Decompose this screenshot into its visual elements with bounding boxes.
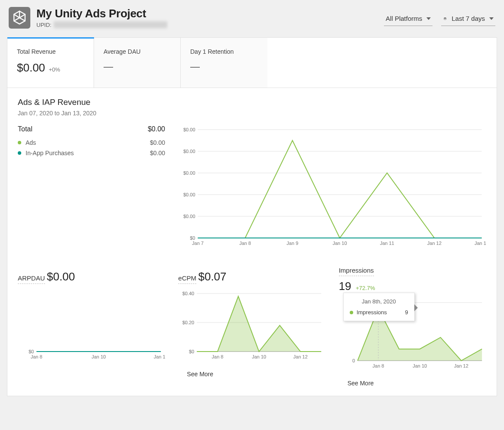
arpdau-chart[interactable]: $0Jan 8Jan 10Jan 12 <box>18 289 165 363</box>
svg-text:0: 0 <box>352 358 355 363</box>
svg-text:$0: $0 <box>190 235 195 241</box>
svg-rect-3 <box>445 17 446 18</box>
ecpm-value: $0.07 <box>198 270 226 283</box>
svg-text:$0.40: $0.40 <box>182 291 195 296</box>
impressions-value: 19 <box>339 280 351 293</box>
tab-label: Day 1 Retention <box>190 48 258 55</box>
svg-rect-2 <box>445 17 445 18</box>
project-title: My Unity Ads Project <box>36 7 378 20</box>
tab-value: $0.00 <box>17 61 45 75</box>
platform-filter-label: All Platforms <box>386 15 422 22</box>
dot-icon <box>350 311 353 314</box>
revenue-chart[interactable]: $0$0.00$0.00$0.00$0.00$0.00Jan 7Jan 8Jan… <box>178 125 486 253</box>
svg-text:$0.00: $0.00 <box>183 170 195 176</box>
unity-icon <box>9 7 30 29</box>
legend-total-label: Total <box>18 125 33 133</box>
svg-text:Jan 8: Jan 8 <box>239 241 251 246</box>
dot-icon <box>18 141 21 144</box>
tab-total-revenue[interactable]: Total Revenue $0.00 +0% <box>7 38 94 88</box>
revenue-section-title: Ads & IAP Revenue <box>18 98 486 107</box>
svg-text:Jan 7: Jan 7 <box>192 241 204 246</box>
svg-text:Jan 10: Jan 10 <box>91 354 106 359</box>
svg-text:$0.00: $0.00 <box>183 214 195 219</box>
upid-value-redacted <box>54 21 167 28</box>
arpdau-value: $0.00 <box>47 270 75 283</box>
date-range-label: Last 7 days <box>452 15 485 22</box>
tab-value: — <box>190 61 200 72</box>
svg-text:$0.00: $0.00 <box>183 149 195 154</box>
metric-tabs: Total Revenue $0.00 +0% Average DAU — Da… <box>7 38 497 88</box>
tab-day1-retention[interactable]: Day 1 Retention — <box>181 38 267 88</box>
impressions-card: Impressions 19 +72.7% 010Jan 8Jan 10Jan … <box>339 267 486 387</box>
date-range-dropdown[interactable]: Last 7 days <box>441 12 495 26</box>
tooltip-date: Jan 8th, 2020 <box>350 298 408 305</box>
svg-text:$0: $0 <box>189 349 194 354</box>
chevron-down-icon <box>426 17 431 20</box>
tooltip-label: Impressions <box>357 309 387 316</box>
svg-text:$0.20: $0.20 <box>182 320 195 325</box>
svg-text:Jan 11: Jan 11 <box>380 241 394 246</box>
svg-text:$0.00: $0.00 <box>183 192 195 197</box>
svg-text:Jan 8: Jan 8 <box>372 363 384 368</box>
chevron-down-icon <box>489 17 494 20</box>
svg-text:Jan 8: Jan 8 <box>212 354 224 359</box>
svg-text:Jan 10: Jan 10 <box>332 241 347 246</box>
svg-text:Jan 10: Jan 10 <box>252 354 266 359</box>
platform-filter-dropdown[interactable]: All Platforms <box>384 12 432 26</box>
tooltip-value: 9 <box>405 309 408 316</box>
svg-text:Jan 9: Jan 9 <box>286 241 298 246</box>
legend-total-value: $0.00 <box>148 125 165 133</box>
tab-label: Total Revenue <box>17 48 84 55</box>
impressions-delta: +72.7% <box>356 285 375 291</box>
svg-text:Jan 12: Jan 12 <box>454 363 468 368</box>
svg-text:Jan 12: Jan 12 <box>293 354 308 359</box>
svg-text:Jan 12: Jan 12 <box>427 241 442 246</box>
legend-item-iap: In-App Purchases $0.00 <box>18 148 165 158</box>
tab-delta: +0% <box>49 66 60 73</box>
svg-rect-1 <box>444 18 446 18</box>
revenue-section-subtitle: Jan 07, 2020 to Jan 13, 2020 <box>18 110 486 117</box>
svg-text:$0.00: $0.00 <box>183 127 195 132</box>
tab-average-dau[interactable]: Average DAU — <box>94 38 181 88</box>
ecpm-title: eCPM <box>178 274 196 284</box>
arpdau-card: ARPDAU $0.00 $0Jan 8Jan 10Jan 12 <box>18 267 165 387</box>
svg-text:Jan 8: Jan 8 <box>31 354 42 359</box>
calendar-icon <box>443 17 447 20</box>
ecpm-chart[interactable]: $0$0.20$0.40Jan 8Jan 10Jan 12 <box>178 289 325 363</box>
ecpm-see-more-link[interactable]: See More <box>178 371 213 378</box>
ecpm-card: eCPM $0.07 $0$0.20$0.40Jan 8Jan 10Jan 12… <box>178 267 325 387</box>
legend-item-ads: Ads $0.00 <box>18 137 165 148</box>
dot-icon <box>18 151 21 155</box>
impressions-title: Impressions <box>339 267 374 276</box>
svg-text:Jan 13: Jan 13 <box>475 241 486 246</box>
svg-text:$0: $0 <box>29 349 34 354</box>
svg-text:Jan 10: Jan 10 <box>413 363 427 368</box>
arpdau-title: ARPDAU <box>18 274 45 284</box>
impressions-tooltip: Jan 8th, 2020 Impressions 9 <box>343 293 415 321</box>
tab-label: Average DAU <box>104 48 171 55</box>
impressions-see-more-link[interactable]: See More <box>339 380 374 387</box>
svg-text:Jan 12: Jan 12 <box>154 354 166 359</box>
upid-label: UPID: <box>36 22 52 28</box>
tab-value: — <box>104 61 113 72</box>
